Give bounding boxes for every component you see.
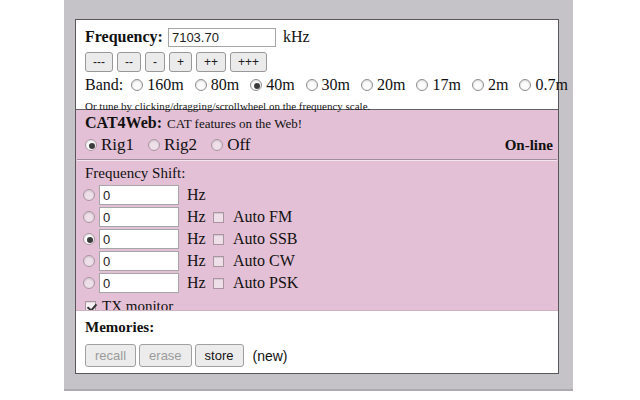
shift-radio-1[interactable] xyxy=(83,189,95,201)
frequency-row: Frequency: kHz xyxy=(85,25,549,49)
tune-up-3-button[interactable]: +++ xyxy=(230,52,267,72)
shift-row-5: Hz Auto PSK xyxy=(76,272,558,294)
memories-button-row: recall erase store (new) xyxy=(85,344,549,367)
radio-160m[interactable] xyxy=(131,79,143,91)
shift-input-1[interactable] xyxy=(99,185,179,205)
rig-off-option[interactable]: Off xyxy=(211,135,250,155)
shift-row-2: Hz Auto FM xyxy=(76,206,558,228)
shift-input-2[interactable] xyxy=(99,207,179,227)
tune-down-2-button[interactable]: -- xyxy=(117,52,141,72)
shift-input-5[interactable] xyxy=(99,273,179,293)
frequency-section: Frequency: kHz --- -- - + ++ +++ Band: 1… xyxy=(76,20,558,109)
radio-80m[interactable] xyxy=(195,79,207,91)
shift-radio-5[interactable] xyxy=(83,277,95,289)
radio-rig2[interactable] xyxy=(148,139,160,151)
band-option-30m[interactable]: 30m xyxy=(306,76,350,94)
online-status-badge: On-line xyxy=(505,137,553,154)
rig-select-row: Rig1 Rig2 Off On-line xyxy=(76,133,558,157)
tune-up-2-button[interactable]: ++ xyxy=(196,52,226,72)
tx-monitor-row: TX monitor xyxy=(76,294,558,311)
band-option-80m[interactable]: 80m xyxy=(195,76,239,94)
radio-20m[interactable] xyxy=(361,79,373,91)
band-row: Band: 160m 80m 40m 30m 20m 17m 2m 0.7m xyxy=(85,76,549,94)
shift-row-4: Hz Auto CW xyxy=(76,250,558,272)
band-option-0.7m[interactable]: 0.7m xyxy=(519,76,567,94)
frequency-input[interactable] xyxy=(168,28,276,47)
rig1-option[interactable]: Rig1 xyxy=(85,135,134,155)
band-option-20m[interactable]: 20m xyxy=(361,76,405,94)
shift-input-3[interactable] xyxy=(99,229,179,249)
memories-title: Memories: xyxy=(85,319,549,336)
radio-rig-off[interactable] xyxy=(211,139,223,151)
auto-ssb-checkbox[interactable] xyxy=(213,234,224,245)
frequency-unit-label: kHz xyxy=(283,28,310,46)
radio-40m[interactable] xyxy=(250,79,262,91)
auto-cw-checkbox[interactable] xyxy=(213,256,224,267)
tune-down-3-button[interactable]: --- xyxy=(85,52,113,72)
shift-radio-4[interactable] xyxy=(83,255,95,267)
band-option-2m[interactable]: 2m xyxy=(472,76,508,94)
hz-label: Hz xyxy=(187,186,212,204)
tx-monitor-checkbox[interactable] xyxy=(85,301,96,311)
shift-row-3: Hz Auto SSB xyxy=(76,228,558,250)
radio-rig1[interactable] xyxy=(85,139,97,151)
auto-cw-label: Auto CW xyxy=(233,252,295,270)
hz-label: Hz xyxy=(187,252,212,270)
memories-new-note: (new) xyxy=(253,348,288,364)
section-divider xyxy=(77,159,557,161)
cat4web-panel: Frequency: kHz --- -- - + ++ +++ Band: 1… xyxy=(75,19,559,374)
browser-content-frame: Frequency: kHz --- -- - + ++ +++ Band: 1… xyxy=(64,0,573,391)
shift-input-4[interactable] xyxy=(99,251,179,271)
tx-monitor-label: TX monitor xyxy=(102,298,173,311)
store-button[interactable]: store xyxy=(195,344,244,367)
tune-button-row: --- -- - + ++ +++ xyxy=(85,52,549,72)
band-option-40m[interactable]: 40m xyxy=(250,76,294,94)
shift-row-1: Hz xyxy=(76,184,558,206)
band-option-17m[interactable]: 17m xyxy=(416,76,460,94)
radio-2m[interactable] xyxy=(472,79,484,91)
radio-30m[interactable] xyxy=(306,79,318,91)
auto-ssb-label: Auto SSB xyxy=(233,230,297,248)
tune-down-1-button[interactable]: - xyxy=(145,52,165,72)
hz-label: Hz xyxy=(187,274,212,292)
cat4web-subtitle: CAT features on the Web! xyxy=(167,116,302,131)
frequency-label: Frequency: xyxy=(85,28,163,46)
band-label: Band: xyxy=(85,76,123,94)
shift-radio-3[interactable] xyxy=(83,233,95,245)
cat4web-header: CAT4Web:CAT features on the Web! xyxy=(76,113,558,133)
hz-label: Hz xyxy=(187,208,212,226)
rig2-option[interactable]: Rig2 xyxy=(148,135,197,155)
radio-0.7m[interactable] xyxy=(519,79,531,91)
hz-label: Hz xyxy=(187,230,212,248)
auto-psk-label: Auto PSK xyxy=(233,274,298,292)
auto-fm-checkbox[interactable] xyxy=(213,212,224,223)
auto-psk-checkbox[interactable] xyxy=(213,278,224,289)
frequency-shift-label: Frequency Shift: xyxy=(76,163,558,184)
erase-button[interactable]: erase xyxy=(139,344,192,367)
auto-fm-label: Auto FM xyxy=(233,208,292,226)
memories-section: Memories: recall erase store (new) xyxy=(76,311,558,367)
cat4web-section: CAT4Web:CAT features on the Web! Rig1 Ri… xyxy=(76,109,558,311)
tune-up-1-button[interactable]: + xyxy=(169,52,192,72)
band-option-160m[interactable]: 160m xyxy=(131,76,183,94)
cat4web-title: CAT4Web: xyxy=(85,114,162,131)
recall-button[interactable]: recall xyxy=(85,344,136,367)
radio-17m[interactable] xyxy=(416,79,428,91)
shift-radio-2[interactable] xyxy=(83,211,95,223)
